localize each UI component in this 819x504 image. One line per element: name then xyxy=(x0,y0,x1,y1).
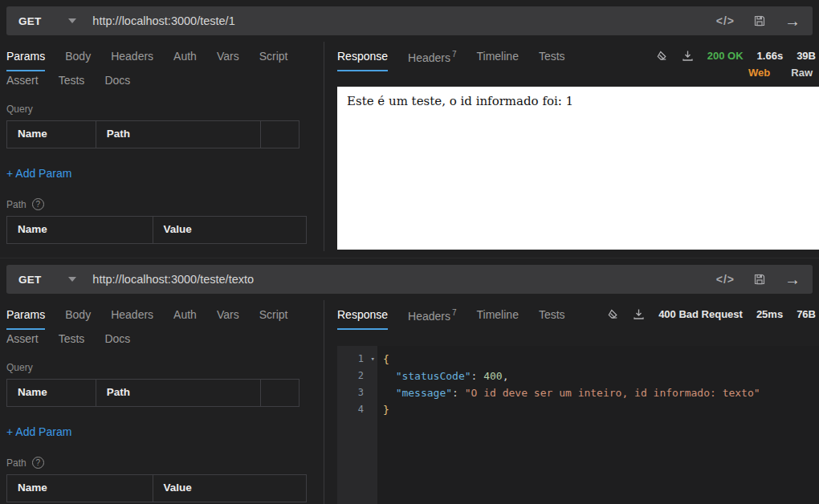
tab-auth[interactable]: Auth xyxy=(173,50,197,71)
status-code: 400 Bad Request xyxy=(658,308,743,320)
request-panel-1: GET http://localhost:3000/teste/1 </> → … xyxy=(0,6,819,258)
request-url-bar: GET http://localhost:3000/teste/1 </> → xyxy=(6,6,813,35)
code-snippet-icon[interactable]: </> xyxy=(716,14,735,27)
tab-script[interactable]: Script xyxy=(259,50,288,71)
editor-code-area[interactable]: { "statusCode": 400, "message": "O id de… xyxy=(377,346,819,504)
code-snippet-icon[interactable]: </> xyxy=(716,273,735,286)
method-select[interactable]: GET xyxy=(18,274,41,286)
query-col-path[interactable]: Path xyxy=(96,380,261,406)
request-config-pane: Params Body Headers Auth Vars Script Ass… xyxy=(0,42,324,251)
tab-body[interactable]: Body xyxy=(65,308,91,330)
path-params-table: Name Value xyxy=(6,216,307,244)
tab-tests[interactable]: Tests xyxy=(59,74,85,91)
tab-response[interactable]: Response xyxy=(337,308,388,330)
tab-assert[interactable]: Assert xyxy=(6,74,39,91)
tab-assert[interactable]: Assert xyxy=(6,332,39,350)
method-select[interactable]: GET xyxy=(18,15,41,27)
send-request-icon[interactable]: → xyxy=(784,14,801,27)
path-col-value[interactable]: Value xyxy=(153,217,306,243)
request-tabs-row1: Params Body Headers Auth Vars Script xyxy=(6,308,324,330)
tab-body[interactable]: Body xyxy=(65,50,91,71)
help-icon[interactable]: ? xyxy=(32,198,44,210)
tab-response[interactable]: Response xyxy=(337,50,388,71)
chevron-down-icon[interactable] xyxy=(68,277,76,282)
request-url-bar: GET http://localhost:3000/teste/texto </… xyxy=(6,265,813,294)
tab-response-headers[interactable]: Headers7 xyxy=(408,50,456,71)
response-size: 76B xyxy=(797,308,816,320)
response-web-body[interactable]: Este é um teste, o id informado foi: 1 xyxy=(337,87,819,250)
fold-arrow-icon[interactable]: ▾ xyxy=(371,351,375,368)
json-line-3: "message": "O id deve ser um inteiro, id… xyxy=(383,384,819,401)
response-status-area: 400 Bad Request 25ms 76B xyxy=(607,308,819,320)
query-col-name[interactable]: Name xyxy=(7,121,96,148)
add-param-link[interactable]: + Add Param xyxy=(6,167,71,180)
chevron-down-icon[interactable] xyxy=(68,18,76,23)
path-params-table: Name Value xyxy=(6,474,307,502)
query-params-table: Name Path xyxy=(6,379,299,407)
tab-vars[interactable]: Vars xyxy=(217,308,239,330)
request-bar-actions: </> → xyxy=(716,14,801,27)
json-line-2: "statusCode": 400, xyxy=(383,368,819,384)
tab-response-headers[interactable]: Headers7 xyxy=(408,308,456,330)
json-line-4: } xyxy=(383,401,819,418)
path-section-label: Path ? xyxy=(6,198,324,210)
gutter-line: 2 xyxy=(337,368,377,384)
response-status-area: 200 OK 1.66s 39B Web Raw xyxy=(656,50,819,79)
tab-timeline[interactable]: Timeline xyxy=(477,308,519,330)
response-pane: Response Headers7 Timeline Tests 200 OK … xyxy=(324,42,819,251)
response-view-switch: Web Raw xyxy=(656,62,816,79)
path-col-name[interactable]: Name xyxy=(7,475,153,502)
clear-response-icon[interactable] xyxy=(656,50,668,62)
response-pane: Response Headers7 Timeline Tests 400 Bad… xyxy=(324,300,819,504)
query-col-name[interactable]: Name xyxy=(7,380,96,406)
response-time: 25ms xyxy=(756,308,783,320)
response-tabs: Response Headers7 Timeline Tests xyxy=(337,50,565,71)
tab-script[interactable]: Script xyxy=(259,308,288,330)
tab-headers[interactable]: Headers xyxy=(111,50,153,71)
tab-docs[interactable]: Docs xyxy=(104,332,130,350)
tab-params[interactable]: Params xyxy=(6,50,45,71)
tab-docs[interactable]: Docs xyxy=(104,74,130,91)
request-tabs-row1: Params Body Headers Auth Vars Script xyxy=(6,50,324,71)
path-col-value[interactable]: Value xyxy=(153,475,306,502)
query-col-path[interactable]: Path xyxy=(96,121,261,148)
tab-timeline[interactable]: Timeline xyxy=(477,50,519,71)
response-tabs: Response Headers7 Timeline Tests xyxy=(337,308,565,330)
clear-response-icon[interactable] xyxy=(607,308,619,320)
query-col-actions xyxy=(261,121,299,148)
send-request-icon[interactable]: → xyxy=(784,273,801,286)
request-panel-2: GET http://localhost:3000/teste/texto </… xyxy=(0,258,819,504)
download-response-icon[interactable] xyxy=(682,50,694,62)
query-params-table: Name Path xyxy=(6,120,299,148)
tab-response-tests[interactable]: Tests xyxy=(539,50,565,71)
add-param-link[interactable]: + Add Param xyxy=(6,425,71,438)
gutter-line[interactable]: 1 ▾ xyxy=(337,351,377,368)
save-icon[interactable] xyxy=(753,14,766,27)
download-response-icon[interactable] xyxy=(633,308,645,320)
request-tabs-row2: Assert Tests Docs xyxy=(6,332,324,350)
url-input[interactable]: http://localhost:3000/teste/1 xyxy=(92,14,234,27)
response-time: 1.66s xyxy=(757,50,784,62)
path-col-name[interactable]: Name xyxy=(7,217,153,243)
response-json-editor[interactable]: 1 ▾ 2 3 4 { "statusCode": 400, "message"… xyxy=(337,346,819,504)
query-section-label: Query xyxy=(6,104,324,115)
tab-vars[interactable]: Vars xyxy=(217,50,239,71)
query-col-actions xyxy=(261,380,299,406)
tab-tests[interactable]: Tests xyxy=(59,332,85,350)
status-code: 200 OK xyxy=(707,50,744,62)
request-config-pane: Params Body Headers Auth Vars Script Ass… xyxy=(0,300,324,504)
url-input[interactable]: http://localhost:3000/teste/texto xyxy=(92,273,254,286)
request-bar-actions: </> → xyxy=(716,273,801,286)
view-raw-tab[interactable]: Raw xyxy=(791,67,813,79)
tab-auth[interactable]: Auth xyxy=(173,308,197,330)
help-icon[interactable]: ? xyxy=(32,457,44,469)
tab-headers[interactable]: Headers xyxy=(111,308,153,330)
view-web-tab[interactable]: Web xyxy=(748,67,770,79)
save-icon[interactable] xyxy=(753,273,766,286)
tab-response-tests[interactable]: Tests xyxy=(539,308,565,330)
response-size: 39B xyxy=(797,50,816,62)
gutter-line: 4 xyxy=(337,401,377,418)
headers-count-badge: 7 xyxy=(452,308,457,317)
json-line-1: { xyxy=(383,351,819,368)
tab-params[interactable]: Params xyxy=(6,308,45,330)
